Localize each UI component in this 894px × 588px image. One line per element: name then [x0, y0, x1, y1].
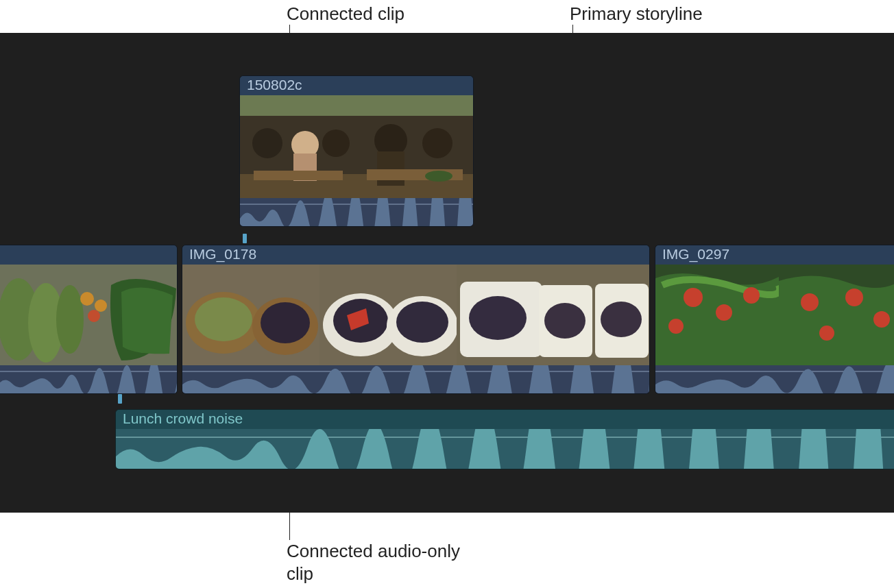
svg-point-23 [95, 299, 107, 312]
callout-connected-clip: Connected clip [287, 3, 404, 25]
clip-thumbnail-icon [655, 265, 779, 365]
svg-point-22 [80, 292, 94, 306]
clip-title: IMG_0178 [182, 245, 649, 265]
svg-point-29 [195, 297, 252, 341]
svg-point-6 [322, 130, 350, 157]
svg-rect-1 [240, 95, 357, 116]
svg-point-55 [845, 289, 863, 306]
connected-clip[interactable]: 150802c [239, 75, 474, 227]
primary-clip[interactable] [0, 245, 178, 394]
svg-point-56 [873, 311, 890, 328]
svg-point-49 [684, 288, 703, 307]
svg-point-31 [261, 302, 310, 343]
svg-point-52 [668, 319, 684, 334]
clip-title: Lunch crowd noise [116, 410, 894, 429]
svg-point-51 [743, 287, 760, 304]
svg-point-13 [422, 128, 452, 158]
svg-rect-7 [254, 171, 343, 180]
clip-title: 150802c [240, 76, 473, 95]
callout-primary-storyline: Primary storyline [570, 3, 703, 25]
waveform-icon [655, 365, 894, 394]
clip-thumbnail-icon [357, 95, 473, 198]
primary-clip[interactable]: IMG_0297 [655, 245, 894, 394]
waveform-icon [182, 365, 649, 394]
svg-point-42 [544, 303, 585, 339]
connected-audio-clip[interactable]: Lunch crowd noise [115, 409, 894, 469]
svg-point-54 [801, 293, 819, 311]
clip-thumbnail-icon [240, 95, 357, 198]
clip-thumbnail-icon [594, 265, 649, 365]
svg-point-45 [601, 302, 642, 337]
svg-rect-12 [377, 151, 404, 186]
clip-thumbnail-icon [0, 265, 177, 365]
clip-thumbnail-icon [182, 265, 319, 365]
waveform-icon [0, 365, 177, 394]
waveform-icon [240, 198, 473, 227]
clip-title [0, 245, 177, 265]
svg-point-37 [396, 302, 448, 343]
callout-connected-audio: Connected audio-only clip [287, 540, 465, 585]
svg-point-50 [716, 304, 732, 321]
clip-connector [243, 234, 247, 243]
clip-connector [118, 394, 122, 404]
clip-thumbnail-icon [457, 265, 594, 365]
svg-point-57 [819, 326, 834, 341]
svg-point-24 [88, 310, 100, 322]
svg-point-3 [252, 128, 282, 158]
timeline-canvas[interactable]: 150802c [0, 33, 894, 513]
clip-thumbnail-icon [319, 265, 457, 365]
svg-point-40 [469, 296, 527, 340]
svg-rect-9 [357, 95, 473, 116]
waveform-icon [116, 429, 894, 469]
clip-thumbnail-icon [779, 265, 894, 365]
primary-clip[interactable]: IMG_0178 [182, 245, 650, 394]
svg-point-15 [425, 171, 452, 182]
svg-point-21 [56, 285, 84, 354]
clip-title: IMG_0297 [655, 245, 894, 265]
